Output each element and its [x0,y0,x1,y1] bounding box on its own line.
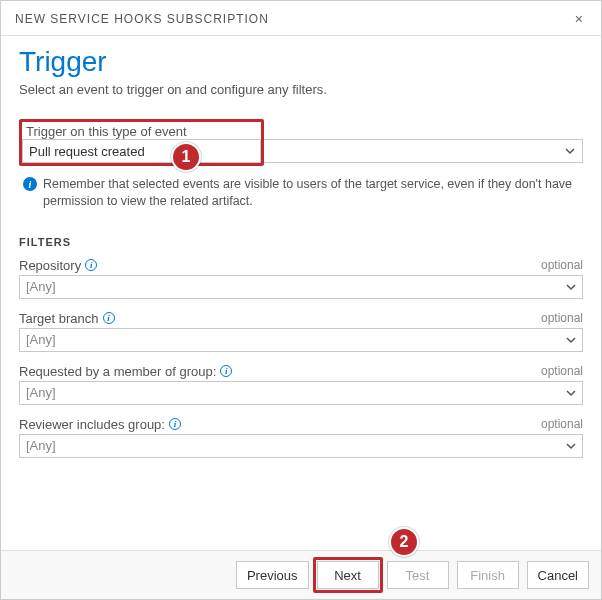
reviewer-group-select[interactable]: [Any] [19,434,583,458]
requested-by-group-select[interactable]: [Any] [19,381,583,405]
dialog-titlebar: NEW SERVICE HOOKS SUBSCRIPTION × [1,1,601,36]
chevron-down-icon [564,145,576,157]
optional-label: optional [541,417,583,431]
info-icon: i [23,177,37,191]
finish-button: Finish [457,561,519,589]
close-icon[interactable]: × [571,11,587,27]
cancel-button[interactable]: Cancel [527,561,589,589]
page-subtitle: Select an event to trigger on and config… [19,82,583,97]
field-repository: Repository i optional [Any] [19,258,583,299]
reviewer-group-label: Reviewer includes group: i [19,417,181,432]
filters-heading: FILTERS [19,236,583,248]
next-button[interactable]: Next [317,561,379,589]
info-message: i Remember that selected events are visi… [19,176,583,210]
optional-label: optional [541,364,583,378]
field-requested-by-group: Requested by a member of group: i option… [19,364,583,405]
optional-label: optional [541,311,583,325]
event-type-label: Trigger on this type of event [22,122,261,139]
requested-by-group-label: Requested by a member of group: i [19,364,232,379]
event-type-block: Trigger on this type of event Pull reque… [19,119,583,166]
target-branch-select[interactable]: [Any] [19,328,583,352]
previous-button[interactable]: Previous [236,561,309,589]
dialog-title: NEW SERVICE HOOKS SUBSCRIPTION [15,12,269,26]
callout-badge-1: 1 [171,142,201,172]
help-icon[interactable]: i [103,312,115,324]
help-icon[interactable]: i [220,365,232,377]
event-type-select[interactable]: Pull request created [22,139,261,163]
test-button: Test [387,561,449,589]
field-target-branch: Target branch i optional [Any] [19,311,583,352]
field-reviewer-group: Reviewer includes group: i optional [Any… [19,417,583,458]
page-heading: Trigger [19,46,583,78]
highlight-box-event: Trigger on this type of event Pull reque… [19,119,264,166]
repository-select[interactable]: [Any] [19,275,583,299]
target-branch-label: Target branch i [19,311,115,326]
callout-badge-2: 2 [389,527,419,557]
info-text: Remember that selected events are visibl… [43,176,583,210]
dialog-content: 1 Trigger Select an event to trigger on … [1,36,601,550]
dialog-footer: 2 Previous Next Test Finish Cancel [1,550,601,599]
help-icon[interactable]: i [85,259,97,271]
repository-label: Repository i [19,258,97,273]
event-type-select-extension [264,119,583,166]
help-icon[interactable]: i [169,418,181,430]
optional-label: optional [541,258,583,272]
